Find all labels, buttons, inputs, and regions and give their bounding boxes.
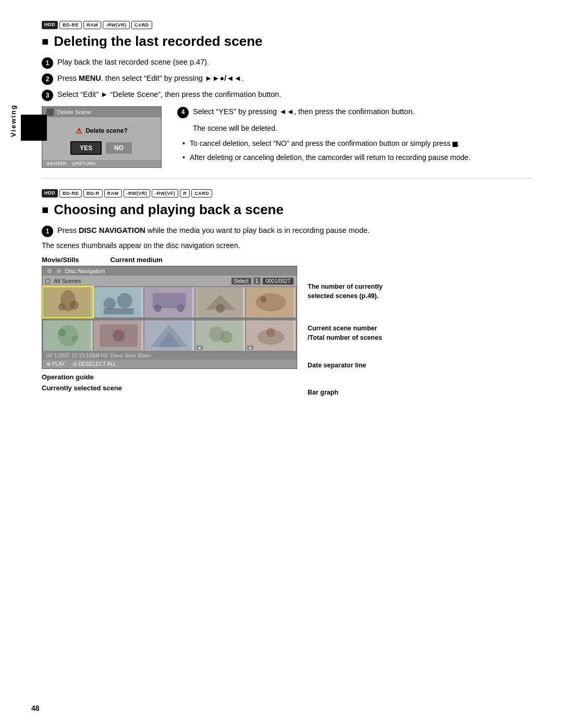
dialog-buttons: YES NO	[51, 142, 153, 154]
thumb-6[interactable]	[43, 320, 93, 351]
thumb-5[interactable]	[246, 287, 296, 317]
badge-strip-section2: HDD BD-RE BD-R RAM -RW(VR) -RW(VF) R CAR…	[42, 189, 532, 198]
right-annotations: The number of currentlyselected scenes (…	[297, 272, 383, 404]
svg-point-11	[177, 304, 185, 312]
ann-bar-graph: Bar graph	[308, 388, 383, 397]
section2-step1: 1 Press DISC NAVIGATION while the media …	[42, 225, 532, 237]
ann-current-scene-text: Current scene number/Total number of sce…	[308, 325, 382, 341]
disc-nav-section: Movie/Stills Current medium Disc Navigat…	[42, 256, 532, 404]
disc-nav-disc-icon	[46, 268, 53, 274]
badge-ram: RAM	[83, 21, 101, 29]
ann-current-scene: Current scene number/Total number of sce…	[308, 324, 383, 342]
disc-nav-subheader-left: □ All Scenes	[45, 277, 81, 285]
thumb-7[interactable]	[94, 320, 143, 351]
footer-deselect: ◎ DESELECT ALL	[72, 361, 116, 367]
svg-point-20	[58, 329, 66, 337]
thumb-3[interactable]	[144, 287, 194, 317]
all-scenes-text: All Scenes	[54, 278, 81, 284]
badge-bdre: BD-RE	[59, 21, 82, 29]
disc-nav-subheader: □ All Scenes Select 1 0001/0027	[42, 276, 297, 286]
section1: HDD BD-RE RAM -RW(VR) CARD Deleting the …	[42, 21, 532, 168]
badge2-card: CARD	[191, 189, 212, 198]
section1-title: Deleting the last recorded scene	[42, 33, 532, 50]
badge-hdd: HDD	[42, 21, 58, 29]
dialog-icon	[46, 108, 54, 116]
bullet-2: After deleting or canceling deletion, th…	[182, 152, 532, 163]
thumb-grid: ■ ■	[42, 286, 297, 352]
svg-point-16	[255, 293, 286, 312]
section2-title: Choosing and playing back a scene	[42, 202, 532, 218]
stop-icon	[452, 142, 458, 147]
dialog-title: Delete Scene	[57, 109, 91, 115]
svg-point-17	[260, 296, 266, 302]
section-divider	[42, 178, 532, 179]
step-num-4: 4	[177, 107, 189, 118]
bullet-1: To cancel deletion, select “NO” and pres…	[182, 138, 532, 149]
dialog-no-button[interactable]: NO	[106, 142, 132, 154]
operation-guide-label: Operation guide	[42, 373, 297, 381]
section2: HDD BD-RE BD-R RAM -RW(VR) -RW(VF) R CAR…	[42, 189, 532, 404]
select-label: Select	[231, 278, 251, 285]
sidebar-label: Viewing	[9, 104, 17, 137]
svg-point-3	[69, 301, 78, 310]
footer-return: ◎RETURN	[72, 161, 96, 166]
top-labels-row: Movie/Stills Current medium	[42, 256, 297, 264]
label-movie-stills: Movie/Stills	[42, 256, 79, 264]
svg-point-10	[154, 304, 162, 312]
bottom-labels: Operation guide Currently selected scene	[42, 373, 297, 392]
badge2-bdre: BD-RE	[59, 189, 82, 198]
dialog-warning: ⚠ Delete scene?	[51, 127, 153, 135]
footer-enter: ⊕ENTER	[46, 161, 67, 166]
decorative-black-square	[21, 115, 47, 141]
footer-play: ⊕ PLAY	[46, 361, 65, 367]
section2-step-text-1: Press DISC NAVIGATION while the media yo…	[57, 225, 370, 237]
ann-date-separator: Date separator line	[308, 361, 383, 370]
ann-bar-graph-text: Bar graph	[308, 389, 338, 396]
disc-nav-title: Disc Navigation	[65, 268, 105, 274]
badge2-rwvr: -RW(VR)	[124, 189, 151, 198]
svg-point-5	[104, 298, 116, 310]
svg-point-30	[220, 331, 232, 343]
badge-card: CARD	[131, 21, 152, 29]
thumb-9[interactable]: ■	[195, 320, 245, 351]
step-text-4: Select “YES” by pressing ◄◄, then press …	[193, 106, 414, 118]
step-3: 3 Select “Edit” ► “Delete Scene”, then p…	[42, 89, 532, 101]
date-separator	[43, 318, 296, 319]
dialog-yes-button[interactable]: YES	[71, 142, 101, 154]
dialog-titlebar: Delete Scene	[42, 107, 161, 117]
warning-icon: ⚠	[76, 127, 82, 135]
svg-point-2	[58, 303, 66, 311]
section2-step-num-1: 1	[42, 226, 53, 237]
badge2-rwvf: -RW(VF)	[152, 189, 178, 198]
section2-note: The scenes thumbnails appear on the disc…	[42, 241, 532, 250]
disc-nav-box: Disc Navigation □ All Scenes Select 1 00…	[42, 266, 297, 369]
thumb-8[interactable]	[144, 320, 194, 351]
disc-nav-footer: ⊕ PLAY ◎ DESELECT ALL	[42, 360, 297, 368]
dialog-warning-text: Delete scene?	[85, 127, 128, 134]
section1-content: Delete Scene ⚠ Delete scene? YES NO ⊕ENT…	[42, 106, 532, 168]
ann-number-selected-text: The number of currentlyselected scenes (…	[308, 283, 383, 300]
scene-count: 0001/0027	[263, 278, 293, 285]
badge-rwvr: -RW(VR)	[103, 21, 130, 29]
step-num-1: 1	[42, 57, 53, 69]
disc-nav-select-area: Select 1 0001/0027	[231, 277, 293, 285]
thumb-4[interactable]	[195, 287, 245, 317]
thumb-10[interactable]: ■	[246, 320, 296, 351]
badge2-ram: RAM	[104, 189, 122, 198]
disc-nav-infobar: 10/ 1/2007 10:10:10AM HX 1hour 3min 30se…	[42, 352, 297, 360]
step-text-2: Press MENU. then select “Edit” by pressi…	[57, 73, 243, 84]
thumb-2[interactable]	[94, 287, 143, 317]
step-text-1: Play back the last recorded scene (see p…	[57, 57, 209, 68]
thumb-1[interactable]	[43, 287, 93, 317]
step-num-3: 3	[42, 90, 53, 101]
dialog-footer: ⊕ENTER ◎RETURN	[42, 160, 161, 167]
svg-point-6	[117, 293, 132, 309]
badge2-r: R	[180, 189, 190, 198]
step-1: 1 Play back the last recorded scene (see…	[42, 57, 532, 69]
step-num-2: 2	[42, 73, 53, 85]
svg-point-33	[266, 328, 275, 337]
badge-strip-section1: HDD BD-RE RAM -RW(VR) CARD	[42, 21, 532, 29]
label-current-medium: Current medium	[111, 256, 163, 264]
delete-scene-dialog: Delete Scene ⚠ Delete scene? YES NO ⊕ENT…	[42, 106, 162, 168]
svg-rect-7	[104, 309, 134, 315]
